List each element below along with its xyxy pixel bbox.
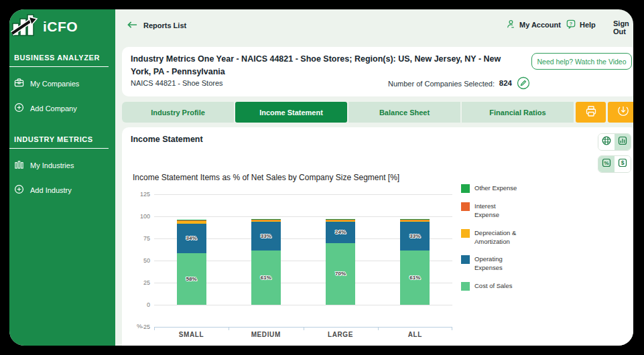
download-button[interactable]: [608, 102, 633, 123]
tab-financial-ratios[interactable]: Financial Ratios: [462, 102, 574, 123]
x-axis-tick: [154, 327, 155, 330]
percent-toggle[interactable]: %: [598, 156, 615, 172]
y-tick-label: 75: [143, 235, 150, 242]
y-tick-label: 25: [143, 279, 150, 286]
bar-segment: 61%: [400, 251, 430, 305]
companies-selected-count: 824: [499, 79, 512, 87]
add-circle-icon: [14, 184, 24, 196]
bar-segment: [177, 221, 206, 224]
bar-segment: 33%: [251, 222, 281, 251]
x-category-label: MEDIUM: [229, 331, 303, 338]
svg-text:$: $: [621, 159, 625, 166]
bar-segment: [400, 220, 430, 222]
legend-label: Depreciation & Amortization: [474, 228, 519, 246]
x-category-label: SMALL: [154, 331, 229, 338]
help-button[interactable]: ? Help: [566, 19, 596, 30]
bar-segment-label: 58%: [177, 276, 206, 282]
bar-segment: 24%: [326, 222, 355, 243]
my-account-label: My Account: [519, 21, 561, 29]
x-axis-tick: [304, 327, 304, 330]
companies-selected-label: Number of Companies Selected:: [388, 80, 495, 88]
legend-item[interactable]: Other Expense: [461, 184, 519, 193]
print-button[interactable]: [576, 102, 606, 123]
sidebar-heading-industry-metrics: INDUSTRY METRICS: [9, 135, 115, 143]
legend-label: Operating Expenses: [474, 255, 519, 273]
sidebar: iCFO BUSINESS ANALYZER My Companies Add …: [9, 9, 115, 346]
x-category-label: LARGE: [304, 331, 378, 338]
bar-segment: 61%: [251, 251, 281, 305]
tab-income-statement[interactable]: Income Statement: [235, 102, 347, 123]
dollar-icon: $: [618, 158, 627, 170]
x-category-label: ALL: [378, 331, 452, 338]
gridline: [154, 305, 452, 305]
tab-balance-sheet[interactable]: Balance Sheet: [348, 102, 460, 123]
legend-item[interactable]: Depreciation & Amortization: [461, 228, 519, 246]
my-account-button[interactable]: My Account: [506, 19, 561, 30]
add-circle-icon: [14, 102, 24, 114]
sidebar-item-label: Add Company: [30, 104, 77, 113]
y-tick-label: 125: [140, 191, 150, 198]
main-area: Reports List My Account ?: [115, 9, 633, 346]
y-tick-label: -25: [141, 324, 150, 330]
chart-view-toggle[interactable]: [615, 134, 631, 150]
bar-segment: 70%: [326, 243, 355, 305]
bar-chart-icon: [618, 136, 627, 148]
bar-segment: [251, 219, 281, 220]
report-tabs: Industry Profile Income Statement Balanc…: [122, 102, 633, 123]
bar-segment-label: 70%: [326, 271, 355, 277]
table-grid-icon: [602, 136, 611, 148]
legend-swatch-icon: [461, 202, 470, 211]
stacked-bar-all[interactable]: 61%33%: [400, 219, 430, 305]
edit-companies-icon[interactable]: [516, 76, 531, 91]
sidebar-item-label: My Companies: [30, 80, 79, 88]
y-tick-label: 50: [143, 257, 150, 264]
bar-segment: [177, 220, 206, 220]
bar-segment: [326, 220, 355, 220]
table-view-toggle[interactable]: [598, 134, 615, 150]
stacked-bar-small[interactable]: 58%34%: [177, 220, 206, 305]
legend-label: Cost of Sales: [474, 281, 519, 290]
bar-segment-label: 33%: [251, 233, 281, 239]
x-axis-tick: [229, 327, 229, 330]
tab-industry-profile[interactable]: Industry Profile: [122, 102, 234, 123]
sidebar-heading-business-analyzer: BUSINESS ANALYZER: [9, 54, 115, 62]
bar-segment: [400, 220, 430, 220]
legend-label: Interest Expense: [474, 202, 519, 220]
logo-chart-arrow-icon: [11, 13, 39, 41]
sidebar-item-add-industry[interactable]: Add Industry: [9, 178, 115, 202]
legend-swatch-icon: [461, 184, 470, 193]
chart-plot: 58%34%SMALL61%33%MEDIUM70%24%LARGE61%33%…: [154, 194, 452, 327]
svg-text:%: %: [604, 160, 608, 166]
logo-text: iCFO: [43, 19, 78, 35]
sidebar-item-my-companies[interactable]: My Companies: [9, 71, 115, 96]
back-label: Reports List: [143, 21, 186, 29]
back-to-reports-link[interactable]: Reports List: [127, 19, 186, 31]
bar-segment: 33%: [400, 222, 430, 251]
legend-swatch-icon: [461, 282, 470, 291]
bar-segment: [251, 220, 281, 220]
y-tick-label: 0: [147, 301, 150, 308]
stacked-bar-medium[interactable]: 61%33%: [251, 219, 281, 305]
sidebar-item-label: My Industries: [30, 161, 74, 169]
bar-segment: [400, 219, 430, 220]
dollar-toggle[interactable]: $: [615, 156, 631, 172]
bar-segment: [251, 220, 281, 222]
back-arrow-icon: [127, 19, 137, 31]
sign-out-button[interactable]: Sign Out: [613, 19, 633, 36]
legend-swatch-icon: [461, 229, 470, 238]
legend-item[interactable]: Interest Expense: [461, 202, 519, 220]
unit-toggle-group: % $: [598, 155, 631, 173]
stacked-bar-large[interactable]: 70%24%: [326, 219, 355, 305]
sidebar-item-my-industries[interactable]: My Industries: [9, 153, 115, 178]
legend-item[interactable]: Cost of Sales: [461, 281, 519, 291]
legend-label: Other Expense: [474, 184, 519, 192]
app-logo: iCFO: [9, 9, 115, 39]
gridline: [154, 194, 452, 195]
sidebar-item-label: Add Industry: [30, 186, 72, 194]
sidebar-item-add-company[interactable]: Add Company: [9, 96, 115, 121]
watch-video-button[interactable]: Need help? Watch the Video: [531, 53, 632, 70]
svg-text:?: ?: [570, 21, 572, 26]
bar-segment-label: 33%: [400, 233, 430, 239]
sidebar-divider: [9, 66, 109, 67]
legend-item[interactable]: Operating Expenses: [461, 255, 519, 273]
